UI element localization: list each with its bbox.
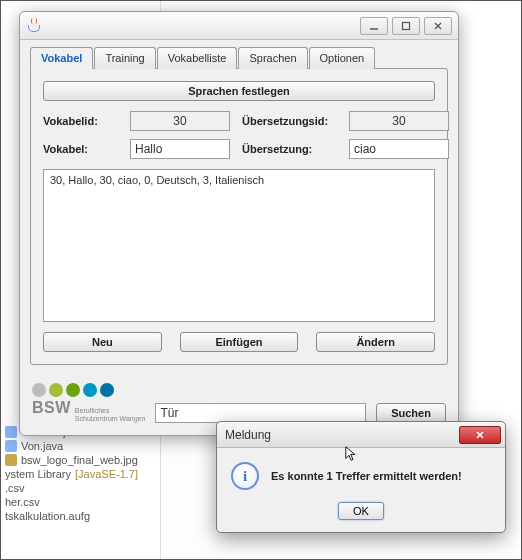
dialog-titlebar[interactable]: Meldung: [217, 422, 505, 448]
result-list[interactable]: 30, Hallo, 30, ciao, 0, Deutsch, 3, Ital…: [43, 169, 435, 322]
tab-training[interactable]: Training: [94, 47, 155, 69]
ok-button[interactable]: OK: [338, 502, 384, 520]
system-library: ystem Library [JavaSE-1.7]: [3, 467, 158, 481]
aendern-button[interactable]: Ändern: [316, 332, 435, 352]
titlebar[interactable]: [20, 12, 458, 40]
svg-rect-1: [403, 22, 410, 29]
vokabelid-field: [130, 111, 230, 131]
tab-sprachen[interactable]: Sprachen: [238, 47, 307, 69]
file-item[interactable]: tskalkulation.aufg: [3, 509, 158, 523]
message-dialog: Meldung i Es konnte 1 Treffer ermittelt …: [216, 421, 506, 533]
list-item[interactable]: 30, Hallo, 30, ciao, 0, Deutsch, 3, Ital…: [50, 174, 428, 186]
info-icon: i: [231, 462, 259, 490]
search-input[interactable]: [155, 403, 366, 423]
tab-vokabel[interactable]: Vokabel: [30, 47, 93, 69]
file-item[interactable]: her.csv: [3, 495, 158, 509]
dialog-message: Es konnte 1 Treffer ermittelt werden!: [271, 470, 462, 482]
suchen-button[interactable]: Suchen: [376, 403, 446, 423]
uebersetzung-input[interactable]: [349, 139, 449, 159]
einfuegen-button[interactable]: Einfügen: [180, 332, 299, 352]
uebersetzungsid-label: Übersetzungsid:: [242, 115, 337, 127]
file-item[interactable]: .csv: [3, 481, 158, 495]
set-languages-button[interactable]: Sprachen festlegen: [43, 81, 435, 101]
bsw-logo: BSW BeruflichesSchulzentrum Wangen: [32, 383, 145, 423]
maximize-button[interactable]: [392, 17, 420, 35]
tab-optionen[interactable]: Optionen: [309, 47, 376, 69]
close-button[interactable]: [424, 17, 452, 35]
vokabelid-label: Vokabelid:: [43, 115, 118, 127]
file-item[interactable]: Von.java: [3, 439, 158, 453]
minimize-button[interactable]: [360, 17, 388, 35]
tab-vokabelliste[interactable]: Vokabelliste: [157, 47, 238, 69]
uebersetzungsid-field: [349, 111, 449, 131]
tab-bar: Vokabel Training Vokabelliste Sprachen O…: [30, 47, 448, 69]
app-window: Vokabel Training Vokabelliste Sprachen O…: [19, 11, 459, 436]
uebersetzung-label: Übersetzung:: [242, 143, 337, 155]
vokabel-label: Vokabel:: [43, 143, 118, 155]
dialog-close-button[interactable]: [459, 426, 501, 444]
tab-panel-vokabel: Sprachen festlegen Vokabelid: Übersetzun…: [30, 68, 448, 365]
java-icon: [26, 18, 42, 34]
file-item[interactable]: bsw_logo_final_web.jpg: [3, 453, 158, 467]
vokabel-input[interactable]: [130, 139, 230, 159]
dialog-title: Meldung: [225, 428, 271, 442]
neu-button[interactable]: Neu: [43, 332, 162, 352]
